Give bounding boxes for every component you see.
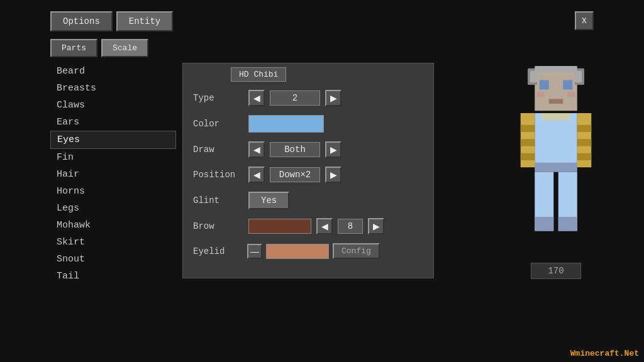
svg-rect-15 xyxy=(577,125,592,132)
svg-rect-24 xyxy=(530,71,537,83)
svg-rect-6 xyxy=(568,92,575,97)
sidebar-item-fin[interactable]: Fin xyxy=(50,149,176,166)
draw-label: Draw xyxy=(193,145,243,155)
tabs-bar: Parts Scale xyxy=(50,39,148,57)
draw-right-arrow[interactable]: ▶ xyxy=(325,141,341,158)
brow-row: Brow ◀ 8 ▶ xyxy=(193,218,423,234)
svg-rect-9 xyxy=(535,163,577,172)
top-bar: Options Entity xyxy=(50,11,173,31)
character-panel: 170 xyxy=(487,63,625,279)
glint-yes-button[interactable]: Yes xyxy=(248,192,289,209)
sidebar-item-horns[interactable]: Horns xyxy=(50,183,176,200)
brow-right-arrow[interactable]: ▶ xyxy=(368,218,384,234)
position-left-arrow[interactable]: ◀ xyxy=(248,167,265,183)
svg-rect-7 xyxy=(549,99,564,104)
svg-rect-22 xyxy=(542,113,570,120)
svg-rect-25 xyxy=(575,71,582,83)
hd-chibi-label: HD Chibi xyxy=(231,67,286,82)
draw-row: Draw ◀ Both ▶ xyxy=(193,141,423,158)
brow-label: Brow xyxy=(193,221,243,231)
eyelid-minus-button[interactable]: — xyxy=(247,244,262,259)
sidebar-item-beard[interactable]: Beard xyxy=(50,63,176,80)
svg-rect-8 xyxy=(535,113,577,167)
sidebar-item-ears[interactable]: Ears xyxy=(50,114,176,131)
brow-left-arrow[interactable]: ◀ xyxy=(316,218,333,234)
type-left-arrow[interactable]: ◀ xyxy=(248,90,265,106)
glint-label: Glint xyxy=(193,195,243,206)
sidebar-item-skirt[interactable]: Skirt xyxy=(50,234,176,251)
eyelid-row: Eyelid — Config xyxy=(193,243,423,259)
color-label: Color xyxy=(193,119,243,129)
height-display: 170 xyxy=(531,263,581,279)
sidebar-item-tail[interactable]: Tail xyxy=(50,268,176,285)
type-right-arrow[interactable]: ▶ xyxy=(325,90,341,106)
svg-rect-3 xyxy=(540,80,549,90)
color-swatch[interactable] xyxy=(248,115,324,133)
svg-rect-12 xyxy=(521,139,535,146)
config-button[interactable]: Config xyxy=(333,243,380,259)
type-row: Type ◀ 2 ▶ xyxy=(193,90,423,106)
svg-rect-21 xyxy=(558,217,577,231)
main-panel: HD Chibi Type ◀ 2 ▶ Color Draw ◀ Both ▶ … xyxy=(182,63,434,278)
svg-rect-13 xyxy=(521,153,535,160)
svg-rect-16 xyxy=(577,139,592,146)
color-row: Color xyxy=(193,115,423,133)
parts-sidebar: Beard Breasts Claws Ears Eyes Fin Hair H… xyxy=(50,63,176,285)
type-label: Type xyxy=(193,93,243,103)
sidebar-item-breasts[interactable]: Breasts xyxy=(50,80,176,97)
position-value: Down×2 xyxy=(270,167,320,182)
brow-value: 8 xyxy=(338,219,363,234)
glint-row: Glint Yes xyxy=(193,192,423,209)
sidebar-item-mohawk[interactable]: Mohawk xyxy=(50,217,176,234)
sidebar-item-eyes[interactable]: Eyes xyxy=(50,131,176,149)
sidebar-item-hair[interactable]: Hair xyxy=(50,166,176,183)
svg-rect-11 xyxy=(521,125,535,132)
close-button[interactable]: X xyxy=(575,11,594,30)
position-right-arrow[interactable]: ▶ xyxy=(325,167,341,183)
draw-value: Both xyxy=(270,142,320,157)
type-value: 2 xyxy=(270,90,320,106)
svg-rect-20 xyxy=(535,217,553,231)
eyelid-label: Eyelid xyxy=(193,246,243,256)
sidebar-item-claws[interactable]: Claws xyxy=(50,97,176,114)
brow-swatch[interactable] xyxy=(248,219,311,234)
scale-tab[interactable]: Scale xyxy=(101,39,148,57)
eyelid-swatch[interactable] xyxy=(266,244,329,259)
sidebar-item-snout[interactable]: Snout xyxy=(50,251,176,268)
svg-rect-4 xyxy=(563,80,572,90)
draw-left-arrow[interactable]: ◀ xyxy=(248,141,265,158)
svg-rect-5 xyxy=(537,92,544,97)
position-row: Position ◀ Down×2 ▶ xyxy=(193,167,423,183)
svg-rect-17 xyxy=(577,153,592,160)
watermark: Wminecraft.Net xyxy=(570,349,639,358)
sidebar-item-legs[interactable]: Legs xyxy=(50,200,176,217)
svg-rect-23 xyxy=(535,66,577,73)
entity-button[interactable]: Entity xyxy=(116,11,173,31)
options-button[interactable]: Options xyxy=(50,11,113,31)
position-label: Position xyxy=(193,170,243,180)
character-sprite xyxy=(509,63,603,258)
parts-tab[interactable]: Parts xyxy=(50,39,97,57)
